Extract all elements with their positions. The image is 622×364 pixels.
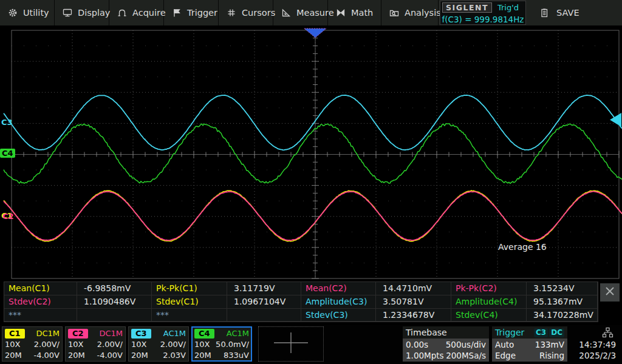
measurement-value: 1.0967104V: [227, 295, 301, 309]
trigger-position-marker[interactable]: [304, 29, 326, 38]
channel-bandwidth: 20M: [68, 351, 85, 360]
trigger-coupling-chip: DC: [549, 328, 564, 337]
measurement-label: Amplitude(C4): [451, 295, 527, 309]
channel-offset: -4.00V: [33, 351, 60, 360]
frequency-counter-readout: f(C3) = 999.9814Hz: [440, 15, 525, 24]
trigger-mode: Auto: [495, 340, 514, 349]
waveform-display[interactable]: C3 C4 C1 C2 Average 16: [0, 25, 622, 280]
menu-item-label: Analysis: [405, 8, 441, 18]
trigger-level-marker[interactable]: [610, 113, 621, 127]
timebase-sample-rate: 200MSa/s: [446, 351, 486, 360]
measurement-label: Stdev(C1): [152, 295, 227, 309]
close-icon: [604, 286, 615, 299]
measurement-value: 3.11719V: [227, 282, 301, 295]
channel-box-c1[interactable]: C1 DC1M 10X 2.00V/ 20M -4.00V: [2, 326, 63, 362]
acquire-icon: [117, 8, 127, 18]
timebase-title: Timebase: [406, 328, 447, 337]
channel-bandwidth: 20M: [194, 351, 211, 360]
channel-box-c3[interactable]: C3 AC1M 10X 2.00V/ 20M 2.03V: [128, 326, 189, 362]
menu-item-analysis[interactable]: Analysis: [381, 0, 439, 25]
trigger-flag-icon: [172, 8, 182, 18]
timebase-panel[interactable]: Timebase 0.00s 500us/div 1.00Mpts 200MSa…: [403, 326, 489, 362]
channel-bandwidth: 20M: [5, 351, 22, 360]
measurement-value: [227, 309, 301, 322]
measurement-value: 1.1090486V: [77, 295, 152, 309]
menu-item-display[interactable]: Display: [55, 0, 109, 25]
channel-scale: 2.00V/: [34, 340, 60, 349]
trigger-slope: Rising: [539, 351, 564, 360]
channel-offset-marker-c4[interactable]: C4: [0, 149, 15, 158]
channel-coupling: DC1M: [36, 329, 60, 338]
channel-badge: C1: [5, 329, 25, 339]
channel-bandwidth: 20M: [131, 351, 148, 360]
measurement-value: -6.9858mV: [77, 282, 152, 295]
siglent-logo: SIGLENT: [442, 2, 492, 13]
channel-coupling: AC1M: [227, 329, 249, 338]
measurement-label: Amplitude(C3): [301, 295, 376, 309]
gear-icon: [8, 8, 18, 18]
channel-scale: 50.0mV/: [216, 340, 249, 349]
measurement-value: 3.50781V: [376, 295, 451, 309]
measurement-label: Stdev(C2): [4, 295, 77, 309]
measurement-panel-close-button[interactable]: [600, 283, 620, 302]
menu-item-trigger[interactable]: Trigger: [164, 0, 219, 25]
channel-box-c4[interactable]: C4 AC1M 10X 50.0mV/ 20M 833uV: [191, 326, 252, 362]
measurement-panel[interactable]: Mean(C1) -6.9858mV Pk-Pk(C1) 3.11719V Me…: [4, 281, 598, 322]
acquisition-mode-label: Average 16: [498, 242, 547, 252]
save-button[interactable]: SAVE: [527, 0, 622, 25]
trigger-source-chip: C3: [534, 328, 548, 337]
channel-box-c2[interactable]: C2 DC1M 10X 2.00V/ 20M -4.00V: [65, 326, 126, 362]
measurement-value: [77, 309, 152, 322]
add-channel-slot[interactable]: [258, 326, 324, 362]
channel-scale: 2.00V/: [160, 340, 186, 349]
channel-offset: 2.03V: [163, 351, 186, 360]
display-icon: [63, 8, 72, 18]
menu-item-cursors[interactable]: Cursors: [219, 0, 273, 25]
save-button-label: SAVE: [556, 8, 579, 18]
cursors-icon: [227, 8, 236, 18]
channel-badge: C3: [131, 329, 151, 339]
menu-item-label: Utility: [23, 8, 49, 18]
measurement-value: 1.2334678V: [376, 309, 451, 322]
channel-offset-marker-c3[interactable]: C3: [1, 118, 13, 127]
trigger-title: Trigger: [495, 328, 524, 337]
menu-item-utility[interactable]: Utility: [0, 0, 55, 25]
channel-probe: 10X: [5, 340, 20, 349]
channel-offset-marker-c2[interactable]: C2: [2, 212, 14, 221]
menu-item-measure[interactable]: Measure: [273, 0, 328, 25]
bottom-bar: C1 DC1M 10X 2.00V/ 20M -4.00V C2 DC1M 10…: [0, 325, 622, 364]
math-icon: [336, 8, 346, 18]
trigger-level: 133mV: [535, 340, 564, 349]
channel-probe: 10X: [194, 340, 210, 349]
timebase-delay: 0.00s: [406, 340, 428, 349]
waveform-c1: [4, 190, 622, 241]
oscilloscope-screen: Utility Display Acquire Trigger Cursors: [0, 0, 622, 364]
measurement-label: ***: [152, 309, 227, 322]
measurement-value: 14.4710mV: [376, 282, 451, 295]
save-icon: [539, 8, 549, 18]
analysis-icon: [389, 8, 399, 18]
channel-badge: C4: [194, 329, 214, 339]
measurement-value: 3.15234V: [527, 282, 598, 295]
timebase-scale: 500us/div: [446, 340, 486, 349]
channel-probe: 10X: [131, 340, 146, 349]
waveform-c2: [4, 192, 622, 241]
channel-scale: 2.00V/: [97, 340, 123, 349]
measurement-label: Mean(C2): [301, 282, 376, 295]
channel-badge: C2: [68, 329, 88, 339]
measurement-label: Stdev(C4): [451, 309, 527, 322]
clock-date: 2025/2/3: [579, 351, 616, 360]
clock-block: 14:37:49 2025/2/3: [570, 326, 621, 362]
network-icon[interactable]: [602, 327, 613, 339]
trigger-panel[interactable]: Trigger C3 DC Auto 133mV Edge Rising: [492, 326, 567, 362]
menu-item-label: Math: [351, 8, 373, 18]
trigger-status-box: SIGLENT Trig'd f(C3) = 999.9814Hz: [440, 1, 526, 25]
menu-item-label: Acquire: [132, 8, 166, 18]
menu-bar: Utility Display Acquire Trigger Cursors: [0, 0, 622, 25]
menu-item-math[interactable]: Math: [328, 0, 381, 25]
channel-offset: -4.00V: [97, 351, 123, 360]
channel-offset: 833uV: [224, 351, 249, 360]
channel-coupling: DC1M: [99, 329, 123, 338]
menu-item-label: Cursors: [242, 8, 275, 18]
menu-item-acquire[interactable]: Acquire: [109, 0, 164, 25]
